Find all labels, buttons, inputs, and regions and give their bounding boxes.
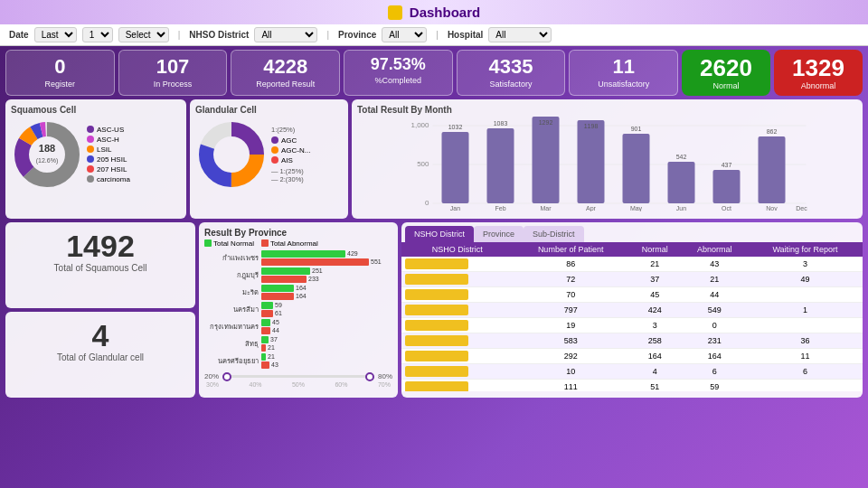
svg-text:Nov: Nov <box>766 205 778 211</box>
squamous-total-label: Total of Squamous Cell <box>16 263 184 273</box>
bottom-row: 1492 Total of Squamous Cell 4 Total of G… <box>0 221 868 399</box>
tab-nsho-district[interactable]: NSHO District <box>405 226 474 242</box>
province-bar-row: กฎุมบุรี 251 233 <box>204 267 392 283</box>
legend-agc: AGC <box>271 136 310 145</box>
svg-text:188: 188 <box>39 143 55 154</box>
svg-text:901: 901 <box>631 126 642 132</box>
legend-asc-h: ASC-H <box>87 136 130 144</box>
pct-completed-card: 97.53% %Completed <box>344 50 453 96</box>
header: Dashboard <box>0 0 868 24</box>
legend-ais: AIS <box>271 156 310 164</box>
date-last-select[interactable]: Last <box>34 27 77 42</box>
svg-rect-33 <box>668 162 695 203</box>
table-row: 72 37 21 49 <box>401 271 863 286</box>
header-title: Dashboard <box>410 5 480 20</box>
svg-rect-24 <box>533 117 560 203</box>
svg-text:Dec: Dec <box>796 205 807 211</box>
svg-text:May: May <box>630 205 643 211</box>
col-waiting-report: Waiting for Report <box>748 242 863 257</box>
province-chart-box: Result By Province Total Normal Total Ab… <box>199 222 398 398</box>
svg-rect-21 <box>487 128 514 203</box>
province-bar-row: นครศรีอยุธยา 21 43 <box>204 353 392 369</box>
legend-asc-us: ASC-US <box>87 126 130 134</box>
svg-text:Oct: Oct <box>722 205 731 211</box>
register-label: Register <box>10 80 110 89</box>
total-result-chart: Total Result By Month 1,000 500 0 1032 J… <box>352 99 863 219</box>
district-panel: NSHO District Province Sub-District NSHO… <box>401 222 863 398</box>
table-row: 10 4 6 6 <box>401 363 863 379</box>
in-process-label: In Process <box>123 80 223 89</box>
col-abnormal: Abnormal <box>681 242 748 257</box>
province-select[interactable]: All <box>382 27 427 42</box>
reported-result-value: 4228 <box>235 56 335 78</box>
reported-result-label: Reported Result <box>235 80 335 89</box>
tab-sub-district[interactable]: Sub-District <box>524 226 584 242</box>
tab-province[interactable]: Province <box>474 226 524 242</box>
pct-completed-value: 97.53% <box>348 56 448 74</box>
table-row: 583 258 231 36 <box>401 333 863 348</box>
hospital-label: Hospital <box>448 30 483 40</box>
satisfactory-label: Satisfactory <box>461 80 561 89</box>
svg-text:(12.6%): (12.6%) <box>36 157 59 164</box>
register-value: 0 <box>10 56 110 78</box>
svg-text:1292: 1292 <box>539 119 553 126</box>
normal-label: Normal <box>689 81 763 90</box>
date-num-select[interactable]: 1 <box>82 27 113 42</box>
pct-completed-label: %Completed <box>348 76 448 85</box>
svg-text:0: 0 <box>425 199 429 207</box>
legend-207-hsil: 207 HSIL <box>87 165 130 174</box>
abnormal-label: Abnormal <box>781 81 855 90</box>
reported-result-card: 4228 Reported Result <box>231 50 340 96</box>
province-bar-row: กรุงเทพมหานคร 45 44 <box>204 319 392 334</box>
glandular-total-label: Total of Glandular cell <box>16 352 184 362</box>
province-bar-row: สิทธุ 37 21 <box>204 336 392 352</box>
legend-agc-n: AGC-N... <box>271 146 310 155</box>
total-squamous-box: 1492 Total of Squamous Cell <box>5 222 195 308</box>
svg-text:1,000: 1,000 <box>410 121 429 129</box>
svg-text:1083: 1083 <box>494 120 508 127</box>
table-row: 797 424 549 1 <box>401 302 863 317</box>
normal-value: 2620 <box>689 55 763 81</box>
svg-text:542: 542 <box>676 154 687 160</box>
hospital-select[interactable]: All <box>488 27 552 42</box>
squamous-total-value: 1492 <box>16 230 184 263</box>
district-table: NSHO District Number of Patient Normal A… <box>401 242 863 391</box>
total-glandular-box: 4 Total of Glandular cell <box>5 312 195 398</box>
table-row: 70 45 44 <box>401 286 863 302</box>
table-row: 19 3 0 <box>401 317 863 333</box>
legend-abnormal-label: Total Abnormal <box>270 239 318 248</box>
charts-row: Squamous Cell 188 (12.6%) <box>0 98 868 221</box>
legend-normal-label: Total Normal <box>213 239 254 248</box>
nhso-label: NHSO District <box>189 30 249 40</box>
col-nsho-district: NSHO District <box>401 242 513 257</box>
svg-text:Apr: Apr <box>586 205 597 211</box>
total-result-title: Total Result By Month <box>357 105 857 115</box>
header-icon <box>388 5 402 20</box>
glandular-total-value: 4 <box>16 319 184 352</box>
in-process-card: 107 In Process <box>118 50 228 96</box>
svg-text:1032: 1032 <box>448 124 463 130</box>
abnormal-card: 1329 Abnormal <box>774 50 863 96</box>
legend-205-hsil: 205 HSIL <box>87 155 130 164</box>
svg-text:Mar: Mar <box>540 205 552 211</box>
svg-rect-18 <box>442 132 469 203</box>
svg-text:Jun: Jun <box>676 205 686 211</box>
satisfactory-card: 4335 Satisfactory <box>457 50 566 96</box>
legend-carcinoma: carcinoma <box>87 175 130 183</box>
nhso-select[interactable]: All <box>254 27 317 42</box>
unsatisfactory-label: Unsatisfactory <box>573 80 674 89</box>
province-chart-title: Result By Province <box>204 228 392 238</box>
register-card: 0 Register <box>5 50 115 96</box>
satisfactory-value: 4335 <box>461 56 561 78</box>
in-process-value: 107 <box>123 56 223 78</box>
date-period-select[interactable]: Select <box>118 27 169 42</box>
province-bar-row: กำแพงเพชร 429 551 <box>204 250 392 266</box>
col-normal: Normal <box>628 242 682 257</box>
svg-text:1198: 1198 <box>584 123 599 129</box>
stat-cards-row: 0 Register 107 In Process 4228 Reported … <box>0 46 868 98</box>
svg-text:437: 437 <box>722 162 732 168</box>
svg-rect-39 <box>759 136 786 203</box>
squamous-title: Squamous Cell <box>11 105 181 115</box>
col-number-of-patient: Number of Patient <box>513 242 627 257</box>
unsatisfactory-value: 11 <box>573 56 674 78</box>
